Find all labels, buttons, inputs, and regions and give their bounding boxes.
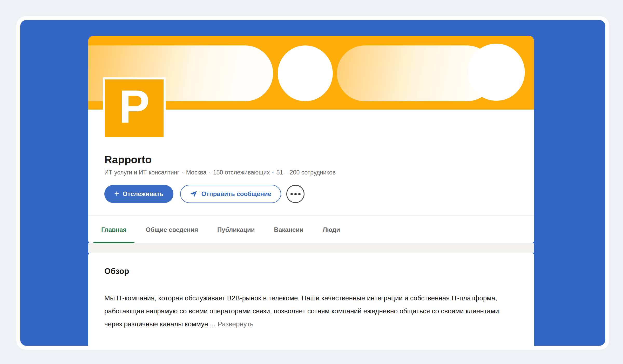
separator-dot-blue: · <box>272 169 274 176</box>
plus-icon: + <box>114 189 119 198</box>
browser-viewport: P Rapporto ИТ-услуги и ИТ-консалтинг·Мос… <box>20 20 605 346</box>
company-meta-line: ИТ-услуги и ИТ-консалтинг·Москва·150 отс… <box>104 169 518 176</box>
company-logo: P <box>103 77 166 139</box>
followers-count: 150 отслеживающих <box>213 169 270 176</box>
follow-button-label: Отслеживать <box>123 190 163 198</box>
tab-label: Публикации <box>217 226 255 233</box>
follow-button[interactable]: + Отслеживать <box>104 185 173 203</box>
company-name: Rapporto <box>104 110 518 166</box>
tab-about[interactable]: Общие сведения <box>138 216 206 243</box>
card-gap <box>88 243 534 253</box>
window-frame: P Rapporto ИТ-услуги и ИТ-консалтинг·Мос… <box>16 16 609 350</box>
overview-heading: Обзор <box>104 267 518 276</box>
send-icon <box>190 190 198 198</box>
tab-label: Люди <box>323 226 340 233</box>
separator-dot: · <box>182 169 184 176</box>
tab-home[interactable]: Главная <box>93 216 134 243</box>
page-background: { "profile": { "logo_letter": "P", "name… <box>0 0 623 364</box>
tab-bar: Главная Общие сведения Публикации Ваканс… <box>88 215 534 243</box>
ellipsis-icon <box>290 193 301 195</box>
expand-link[interactable]: Развернуть <box>218 320 253 328</box>
logo-letter: P <box>119 83 150 130</box>
send-message-button[interactable]: Отправить сообщение <box>180 185 281 203</box>
company-header-card: P Rapporto ИТ-услуги и ИТ-консалтинг·Мос… <box>88 36 534 243</box>
location-text: Москва <box>186 169 207 176</box>
tab-jobs[interactable]: Вакансии <box>266 216 311 243</box>
banner-circle-shape-right <box>468 44 525 101</box>
tab-label: Вакансии <box>274 226 303 233</box>
tab-label: Главная <box>101 226 127 233</box>
overview-paragraph: Мы IT-компания, которая обслуживает B2B-… <box>104 294 499 328</box>
overview-card: Обзор Мы IT-компания, которая обслуживае… <box>88 253 534 346</box>
industry-text: ИТ-услуги и ИТ-консалтинг <box>104 169 179 176</box>
tab-people[interactable]: Люди <box>315 216 348 243</box>
profile-content-column: P Rapporto ИТ-услуги и ИТ-консалтинг·Мос… <box>88 36 534 346</box>
more-options-button[interactable] <box>286 185 304 203</box>
tab-label: Общие сведения <box>146 226 198 233</box>
banner-circle-shape-middle <box>278 45 333 101</box>
tab-posts[interactable]: Публикации <box>209 216 262 243</box>
overview-text: Мы IT-компания, которая обслуживает B2B-… <box>104 292 505 331</box>
action-buttons-row: + Отслеживать Отправить сообщение <box>104 185 518 203</box>
company-size-text: 51 – 200 сотрудников <box>276 169 336 176</box>
separator-dot: · <box>209 169 211 176</box>
message-button-label: Отправить сообщение <box>201 190 271 198</box>
